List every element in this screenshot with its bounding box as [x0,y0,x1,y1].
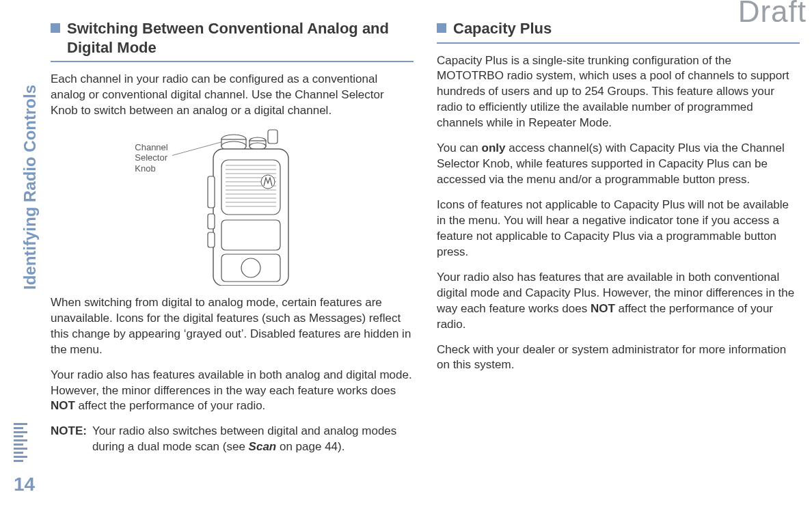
svg-rect-11 [208,232,215,247]
left-paragraph-3: Your radio also has features available i… [51,368,414,415]
right-paragraph-1: Capacity Plus is a single-site trunking … [437,53,800,132]
content-columns: Switching Between Conventional Analog an… [51,19,800,490]
left-paragraph-1: Each channel in your radio can be config… [51,72,414,119]
page-number: 14 [14,474,35,495]
right-p2-bold: only [482,141,506,154]
right-paragraph-5: Check with your dealer or system adminis… [437,342,800,374]
heading-text-right: Capacity Plus [453,19,552,38]
heading-text-left: Switching Between Conventional Analog an… [67,19,414,57]
left-column: Switching Between Conventional Analog an… [51,19,414,490]
callout-line-1: Channel [135,142,167,152]
callout-line-3: Knob [135,163,155,174]
radio-figure: Channel Selector Knob [51,128,414,286]
sidebar: Identifying Radio Controls 14 [10,0,40,505]
section-heading-left: Switching Between Conventional Analog an… [51,19,414,57]
note-label: NOTE: [51,424,87,455]
svg-point-24 [261,175,275,189]
radio-illustration [172,128,329,286]
heading-rule-left [51,61,414,62]
right-p2-pre: You can [437,141,482,154]
left-p3-post: affect the performance of your radio. [75,399,265,412]
note-post: on page 44). [276,440,344,453]
note-pre: Your radio also switches between digital… [92,424,396,453]
svg-point-27 [241,258,260,277]
heading-bullet-icon [51,23,60,33]
svg-rect-1 [268,130,278,144]
heading-rule-right [437,42,800,44]
right-p4-bold: NOT [591,302,615,315]
right-paragraph-4: Your radio also has features that are av… [437,270,800,333]
right-paragraph-2: You can only access channel(s) with Capa… [437,141,800,188]
right-column: Capacity Plus Capacity Plus is a single-… [437,19,800,490]
left-paragraph-2: When switching from digital to analog mo… [51,295,414,358]
heading-bullet-icon [437,23,446,33]
section-heading-right: Capacity Plus [437,19,800,38]
note-bold: Scan [249,440,277,453]
thumb-index-marks [14,421,27,464]
callout-line-2: Selector [135,152,167,163]
right-paragraph-3: Icons of features not applicable to Capa… [437,197,800,260]
left-p3-bold: NOT [51,399,75,412]
svg-rect-10 [208,214,215,229]
sidebar-section-label: Identifying Radio Controls [21,112,40,290]
svg-rect-9 [208,176,215,208]
note-text: Your radio also switches between digital… [92,424,414,455]
left-p3-pre: Your radio also has features available i… [51,368,412,397]
svg-rect-25 [221,220,280,250]
figure-callout: Channel Selector Knob [135,142,167,174]
note-block: NOTE: Your radio also switches between d… [51,424,414,455]
